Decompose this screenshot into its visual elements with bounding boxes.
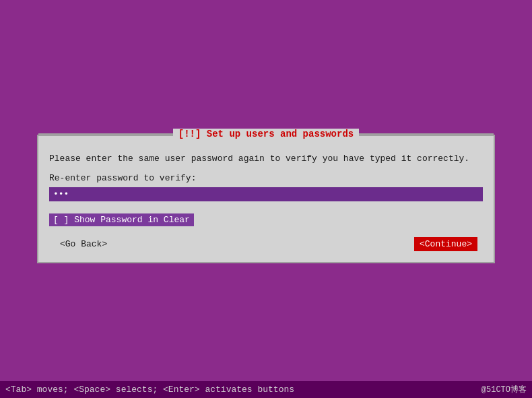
watermark: @51CTO博客 bbox=[481, 384, 527, 395]
password-input[interactable] bbox=[49, 187, 483, 201]
checkbox-row: [ ] Show Password in Clear bbox=[49, 213, 483, 226]
show-password-checkbox[interactable]: [ ] Show Password in Clear bbox=[49, 213, 194, 226]
password-label: Re-enter password to verify: bbox=[49, 173, 483, 183]
continue-button[interactable]: <Continue> bbox=[414, 237, 477, 251]
dialog-description: Please enter the same user password agai… bbox=[49, 152, 483, 166]
title-line-right bbox=[359, 133, 494, 135]
title-line-left bbox=[38, 133, 173, 135]
dialog-content: Please enter the same user password agai… bbox=[38, 136, 494, 263]
dialog-title-bar: [!!] Set up users and passwords bbox=[38, 129, 494, 139]
bottom-hint: <Tab> moves; <Space> selects; <Enter> ac… bbox=[5, 385, 294, 395]
screen: [!!] Set up users and passwords Please e… bbox=[0, 0, 532, 398]
dialog: [!!] Set up users and passwords Please e… bbox=[37, 135, 495, 264]
go-back-button[interactable]: <Go Back> bbox=[55, 237, 112, 251]
password-input-wrapper bbox=[49, 187, 483, 208]
button-row: <Go Back> <Continue> bbox=[49, 237, 483, 251]
bottom-bar: <Tab> moves; <Space> selects; <Enter> ac… bbox=[0, 381, 532, 398]
dialog-title: [!!] Set up users and passwords bbox=[173, 129, 359, 139]
